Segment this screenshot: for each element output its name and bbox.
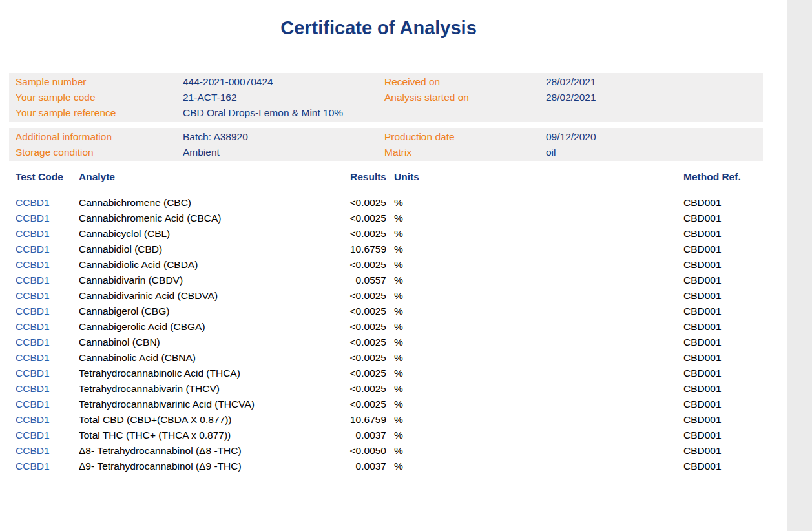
page-title: Certificate of Analysis (0, 0, 757, 39)
header-units: Units (386, 165, 426, 189)
table-row: CCBD1 Cannabidivarin (CBDV) 0.0557 % CBD… (16, 273, 763, 288)
cell-units: % (386, 288, 426, 304)
cell-method-ref: CBD001 (426, 412, 763, 428)
table-row: CCBD1 Total CBD (CBD+(CBDA X 0.877)) 10.… (16, 412, 763, 428)
sample-info-box: Sample number 444-2021-00070424 Received… (9, 73, 763, 122)
table-row: CCBD1 Δ9- Tetrahydrocannabinol (Δ9 -THC)… (16, 459, 763, 474)
info-label: Your sample reference (16, 105, 183, 121)
cell-method-ref: CBD001 (426, 443, 763, 459)
cell-analyte: Total THC (THC+ (THCA x 0.877)) (79, 428, 310, 443)
cell-units: % (386, 319, 426, 335)
cell-units: % (386, 211, 426, 226)
cell-analyte: Cannabinolic Acid (CBNA) (79, 350, 310, 366)
cell-method-ref: CBD001 (426, 366, 763, 381)
cell-analyte: Total CBD (CBD+(CBDA X 0.877)) (79, 412, 310, 428)
info-label: Storage condition (16, 145, 183, 160)
cell-analyte: Cannabichromene (CBC) (79, 195, 310, 211)
table-row: CCBD1 Cannabinol (CBN) <0.0025 % CBD001 (16, 335, 763, 350)
cell-method-ref: CBD001 (426, 428, 763, 443)
info-label: Production date (384, 129, 546, 145)
header-analyte: Analyte (79, 165, 310, 189)
cell-result: 10.6759 (310, 412, 386, 428)
cell-units: % (386, 273, 426, 288)
info-value: 21-ACT-162 (183, 90, 384, 105)
cell-test-code: CCBD1 (16, 443, 79, 459)
info-value: 28/02/2021 (546, 74, 763, 90)
info-label: Matrix (384, 145, 546, 160)
cell-result: 0.0037 (310, 428, 386, 443)
cell-method-ref: CBD001 (426, 319, 763, 335)
info-label (384, 105, 546, 121)
cell-test-code: CCBD1 (16, 257, 79, 273)
cell-result: <0.0025 (310, 335, 386, 350)
cell-method-ref: CBD001 (426, 226, 763, 242)
cell-result: <0.0025 (310, 257, 386, 273)
table-row: CCBD1 Tetrahydrocannabivarinic Acid (THC… (16, 397, 763, 412)
table-row: CCBD1 Cannabidiolic Acid (CBDA) <0.0025 … (16, 257, 763, 273)
info-value: oil (546, 145, 763, 160)
cell-analyte: Cannabinol (CBN) (79, 335, 310, 350)
cell-units: % (386, 304, 426, 319)
cell-units: % (386, 335, 426, 350)
cell-method-ref: CBD001 (426, 397, 763, 412)
cell-analyte: Δ8- Tetrahydrocannabinol (Δ8 -THC) (79, 443, 310, 459)
cell-analyte: Cannabidiol (CBD) (79, 242, 310, 257)
info-value: 28/02/2021 (546, 90, 763, 105)
cell-method-ref: CBD001 (426, 242, 763, 257)
cell-method-ref: CBD001 (426, 304, 763, 319)
cell-analyte: Cannabidivarin (CBDV) (79, 273, 310, 288)
additional-info-row: Storage condition Ambient Matrix oil (16, 145, 763, 160)
cell-result: <0.0025 (310, 381, 386, 397)
cell-method-ref: CBD001 (426, 335, 763, 350)
cell-analyte: Cannabidiolic Acid (CBDA) (79, 257, 310, 273)
cell-result: 0.0557 (310, 273, 386, 288)
cell-analyte: Tetrahydrocannabivarinic Acid (THCVA) (79, 397, 310, 412)
cell-units: % (386, 257, 426, 273)
cell-test-code: CCBD1 (16, 304, 79, 319)
table-row: CCBD1 Cannabidiol (CBD) 10.6759 % CBD001 (16, 242, 763, 257)
cell-result: <0.0025 (310, 226, 386, 242)
cell-result: <0.0025 (310, 288, 386, 304)
sample-info-row: Your sample code 21-ACT-162 Analysis sta… (16, 90, 763, 105)
info-value: Batch: A38920 (183, 129, 384, 145)
cell-test-code: CCBD1 (16, 288, 79, 304)
cell-analyte: Cannabidivarinic Acid (CBDVA) (79, 288, 310, 304)
cell-test-code: CCBD1 (16, 273, 79, 288)
cell-test-code: CCBD1 (16, 381, 79, 397)
additional-info-row: Additional information Batch: A38920 Pro… (16, 129, 763, 145)
cell-analyte: Δ9- Tetrahydrocannabinol (Δ9 -THC) (79, 459, 310, 474)
table-row: CCBD1 Tetrahydrocannabinolic Acid (THCA)… (16, 366, 763, 381)
table-row: CCBD1 Cannabigerol (CBG) <0.0025 % CBD00… (16, 304, 763, 319)
info-value: 09/12/2020 (546, 129, 763, 145)
cell-method-ref: CBD001 (426, 195, 763, 211)
results-table-header: Test Code Analyte Results Units Method R… (9, 165, 763, 189)
cell-units: % (386, 459, 426, 474)
cell-units: % (386, 443, 426, 459)
cell-test-code: CCBD1 (16, 459, 79, 474)
info-value: Ambient (183, 145, 384, 160)
cell-units: % (386, 428, 426, 443)
info-label: Analysis started on (384, 90, 546, 105)
page-gutter (787, 0, 812, 531)
cell-units: % (386, 226, 426, 242)
cell-test-code: CCBD1 (16, 211, 79, 226)
table-row: CCBD1 Total THC (THC+ (THCA x 0.877)) 0.… (16, 428, 763, 443)
cell-test-code: CCBD1 (16, 319, 79, 335)
table-row: CCBD1 Cannabigerolic Acid (CBGA) <0.0025… (16, 319, 763, 335)
cell-method-ref: CBD001 (426, 288, 763, 304)
cell-units: % (386, 242, 426, 257)
cell-units: % (386, 195, 426, 211)
cell-result: <0.0025 (310, 350, 386, 366)
cell-test-code: CCBD1 (16, 428, 79, 443)
info-value (546, 105, 763, 121)
cell-result: <0.0025 (310, 366, 386, 381)
cell-test-code: CCBD1 (16, 350, 79, 366)
cell-result: <0.0050 (310, 443, 386, 459)
cell-analyte: Tetrahydrocannabinolic Acid (THCA) (79, 366, 310, 381)
cell-test-code: CCBD1 (16, 366, 79, 381)
table-row: CCBD1 Cannabicyclol (CBL) <0.0025 % CBD0… (16, 226, 763, 242)
info-value: 444-2021-00070424 (183, 74, 384, 90)
certificate-document: Certificate of Analysis Sample number 44… (0, 0, 812, 474)
cell-test-code: CCBD1 (16, 397, 79, 412)
cell-result: <0.0025 (310, 211, 386, 226)
